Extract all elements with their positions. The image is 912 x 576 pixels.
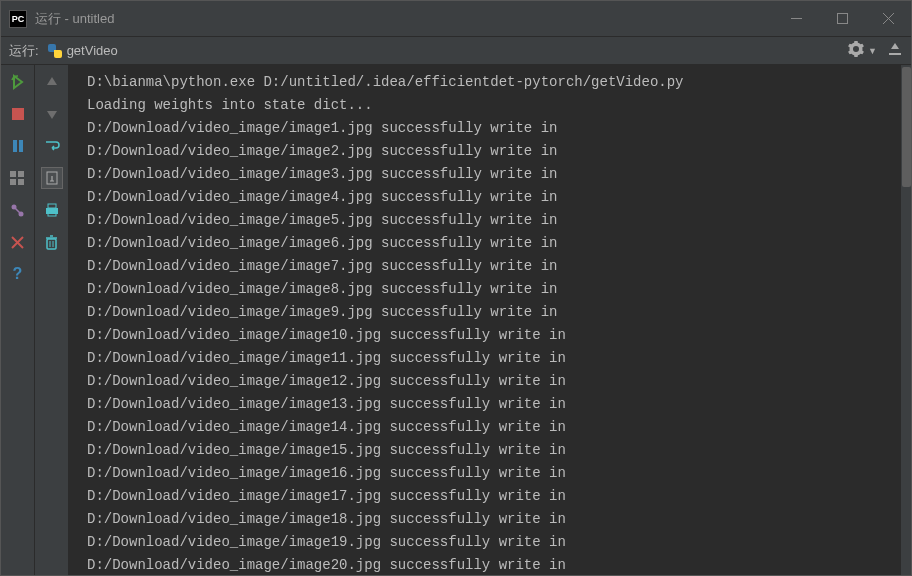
console-line: D:/Download/video_image/image15.jpg succ… [87, 439, 900, 462]
chevron-down-icon[interactable]: ▼ [868, 46, 877, 56]
collapse-icon[interactable] [887, 41, 903, 60]
svg-rect-1 [837, 14, 847, 24]
console-line: D:/Download/video_image/image17.jpg succ… [87, 485, 900, 508]
console-output[interactable]: D:\bianma\python.exe D:/untitled/.idea/e… [69, 65, 900, 576]
titlebar: PC 运行 - untitled [1, 1, 911, 37]
close-run-button[interactable] [7, 231, 29, 253]
toolbar-right: ▼ [848, 41, 903, 60]
console-line: D:/Download/video_image/image9.jpg succe… [87, 301, 900, 324]
console-line: Loading weights into state dict... [87, 94, 900, 117]
console-line: D:/Download/video_image/image3.jpg succe… [87, 163, 900, 186]
gutter-console [35, 65, 69, 576]
console-line: D:\bianma\python.exe D:/untitled/.idea/e… [87, 71, 900, 94]
attach-button[interactable] [7, 199, 29, 221]
svg-rect-5 [12, 108, 24, 120]
help-button[interactable]: ? [7, 263, 29, 285]
console-line: D:/Download/video_image/image13.jpg succ… [87, 393, 900, 416]
clear-all-button[interactable] [41, 231, 63, 253]
console-line: D:/Download/video_image/image2.jpg succe… [87, 140, 900, 163]
layout-button[interactable] [7, 167, 29, 189]
close-button[interactable] [865, 1, 911, 36]
script-name: getVideo [67, 43, 118, 58]
print-button[interactable] [41, 199, 63, 221]
settings-icon[interactable] [848, 41, 864, 60]
svg-rect-6 [13, 140, 17, 152]
pause-button[interactable] [7, 135, 29, 157]
console-line: D:/Download/video_image/image1.jpg succe… [87, 117, 900, 140]
scroll-down-button[interactable] [41, 103, 63, 125]
rerun-button[interactable] [7, 71, 29, 93]
console-line: D:/Download/video_image/image7.jpg succe… [87, 255, 900, 278]
vertical-scrollbar[interactable] [900, 65, 911, 576]
console-line: D:/Download/video_image/image19.jpg succ… [87, 531, 900, 554]
svg-rect-4 [889, 53, 901, 55]
console-line: D:/Download/video_image/image11.jpg succ… [87, 347, 900, 370]
console-line: D:/Download/video_image/image6.jpg succe… [87, 232, 900, 255]
scroll-up-button[interactable] [41, 71, 63, 93]
svg-rect-11 [18, 179, 24, 185]
console-line: D:/Download/video_image/image14.jpg succ… [87, 416, 900, 439]
gutter-left: ? [1, 65, 35, 576]
console-line: D:/Download/video_image/image5.jpg succe… [87, 209, 900, 232]
window-title: 运行 - untitled [35, 10, 114, 28]
console-line: D:/Download/video_image/image10.jpg succ… [87, 324, 900, 347]
soft-wrap-button[interactable] [41, 135, 63, 157]
scrollbar-thumb[interactable] [902, 67, 911, 187]
console-line: D:/Download/video_image/image16.jpg succ… [87, 462, 900, 485]
pycharm-icon: PC [9, 10, 27, 28]
python-icon [47, 43, 63, 59]
stop-button[interactable] [7, 103, 29, 125]
svg-rect-8 [10, 171, 16, 177]
svg-rect-18 [48, 204, 56, 208]
console-line: D:/Download/video_image/image12.jpg succ… [87, 370, 900, 393]
svg-line-14 [15, 208, 20, 213]
maximize-button[interactable] [819, 1, 865, 36]
window-controls [773, 1, 911, 36]
svg-rect-21 [47, 239, 56, 249]
console-line: D:/Download/video_image/image20.jpg succ… [87, 554, 900, 576]
run-label: 运行: [9, 42, 39, 60]
svg-rect-9 [18, 171, 24, 177]
console-line: D:/Download/video_image/image8.jpg succe… [87, 278, 900, 301]
svg-rect-7 [19, 140, 23, 152]
main-area: ? D:\bianma\python.exe D:/untitled/.idea… [1, 65, 911, 576]
svg-rect-10 [10, 179, 16, 185]
console-line: D:/Download/video_image/image4.jpg succe… [87, 186, 900, 209]
minimize-button[interactable] [773, 1, 819, 36]
console-line: D:/Download/video_image/image18.jpg succ… [87, 508, 900, 531]
run-toolbar: 运行: getVideo ▼ [1, 37, 911, 65]
scroll-to-end-button[interactable] [41, 167, 63, 189]
